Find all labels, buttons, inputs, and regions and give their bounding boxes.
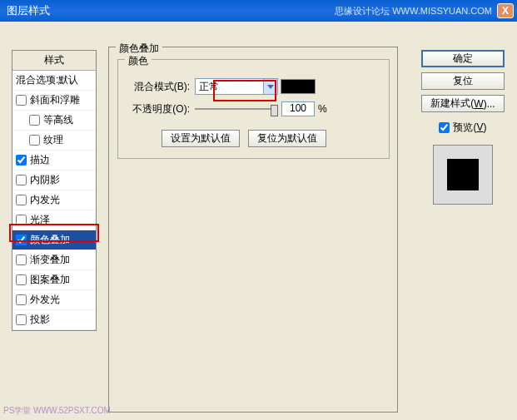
style-label: 斜面和浮雕 <box>30 93 80 107</box>
new-style-button[interactable]: 新建样式(W)... <box>421 95 505 112</box>
slider-thumb[interactable] <box>271 105 278 116</box>
style-checkbox[interactable] <box>16 215 27 225</box>
preview-swatch <box>447 159 479 190</box>
effect-panel: 颜色叠加 颜色 混合模式(B): 正常 不透明度(O): 100 % 设置为默认… <box>108 47 398 413</box>
preview-checkbox-row[interactable]: 预览(V) <box>439 121 486 135</box>
style-checkbox[interactable] <box>16 195 27 205</box>
color-group: 颜色 混合模式(B): 正常 不透明度(O): 100 % 设置为默认值 复位为… <box>117 59 390 159</box>
style-item[interactable]: 纹理 <box>12 131 96 151</box>
window-title: 图层样式 <box>3 3 335 18</box>
style-checkbox[interactable] <box>29 135 40 146</box>
opacity-label: 不透明度(O): <box>123 102 190 116</box>
blend-mode-value: 正常 <box>199 80 219 94</box>
style-item[interactable]: 外发光 <box>12 290 96 310</box>
reset-default-button[interactable]: 复位为默认值 <box>248 130 326 147</box>
set-default-button[interactable]: 设置为默认值 <box>162 130 240 147</box>
style-checkbox[interactable] <box>16 254 27 265</box>
style-label: 光泽 <box>30 213 50 227</box>
style-checkbox[interactable] <box>16 314 27 325</box>
footer-watermark: PS学堂 WWW.52PSXT.COM <box>3 405 111 417</box>
cancel-button[interactable]: 复位 <box>421 72 505 90</box>
style-label: 内发光 <box>30 193 60 207</box>
ok-button[interactable]: 确定 <box>421 50 505 67</box>
style-label: 描边 <box>30 153 50 167</box>
close-button[interactable]: X <box>497 3 514 18</box>
style-label: 外发光 <box>30 293 60 307</box>
style-item[interactable]: 图案叠加 <box>12 270 96 290</box>
dialog-body: 样式 混合选项:默认 斜面和浮雕等高线纹理描边内阴影内发光光泽颜色叠加渐变叠加图… <box>0 22 517 420</box>
style-label: 内阴影 <box>30 173 60 187</box>
style-checkbox[interactable] <box>16 294 27 305</box>
style-checkbox[interactable] <box>16 95 27 106</box>
blend-options-row[interactable]: 混合选项:默认 <box>12 71 96 91</box>
style-label: 颜色叠加 <box>30 233 70 247</box>
preview-checkbox[interactable] <box>439 122 450 133</box>
chevron-down-icon[interactable] <box>263 79 277 94</box>
blend-mode-label: 混合模式(B): <box>123 80 190 94</box>
preview-label: 预览(V) <box>453 121 486 135</box>
watermark-text: 思缘设计论坛 WWW.MISSYUAN.COM <box>335 5 492 17</box>
styles-list: 样式 混合选项:默认 斜面和浮雕等高线纹理描边内阴影内发光光泽颜色叠加渐变叠加图… <box>12 50 97 331</box>
style-item[interactable]: 斜面和浮雕 <box>12 91 96 111</box>
group-title: 颜色 <box>125 54 152 68</box>
preview-box <box>433 145 493 205</box>
style-label: 渐变叠加 <box>30 253 70 267</box>
style-checkbox[interactable] <box>16 235 27 245</box>
style-label: 纹理 <box>43 133 63 147</box>
style-item[interactable]: 光泽 <box>12 210 96 230</box>
style-checkbox[interactable] <box>16 274 27 285</box>
title-bar: 图层样式 思缘设计论坛 WWW.MISSYUAN.COM X <box>0 0 517 22</box>
style-item[interactable]: 渐变叠加 <box>12 250 96 270</box>
right-column: 确定 复位 新建样式(W)... 预览(V) <box>417 50 509 205</box>
style-checkbox[interactable] <box>16 155 27 166</box>
color-swatch[interactable] <box>281 79 316 94</box>
opacity-input[interactable]: 100 <box>281 101 315 116</box>
style-item[interactable]: 颜色叠加 <box>12 230 96 250</box>
style-label: 图案叠加 <box>30 273 70 287</box>
percent-label: % <box>318 103 327 115</box>
styles-header: 样式 <box>12 51 96 71</box>
style-item[interactable]: 等高线 <box>12 111 96 131</box>
opacity-slider[interactable] <box>195 103 278 115</box>
blend-mode-select[interactable]: 正常 <box>195 78 278 95</box>
style-checkbox[interactable] <box>29 115 40 126</box>
style-label: 等高线 <box>43 113 73 127</box>
style-checkbox[interactable] <box>16 175 27 185</box>
style-item[interactable]: 内发光 <box>12 190 96 210</box>
style-item[interactable]: 投影 <box>12 310 96 330</box>
style-item[interactable]: 内阴影 <box>12 170 96 190</box>
style-item[interactable]: 描边 <box>12 151 96 170</box>
style-label: 投影 <box>30 313 50 327</box>
